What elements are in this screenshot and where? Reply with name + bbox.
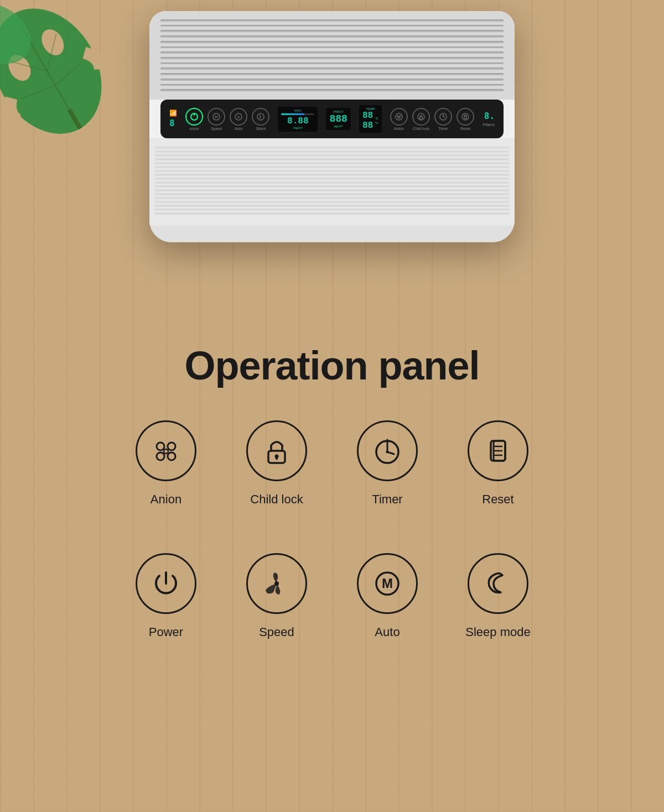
device-bottom	[149, 226, 515, 242]
panel-childlock-btn[interactable]: Child lock	[412, 108, 430, 131]
voc-display: VOC 8.88 mg/m³	[278, 107, 318, 132]
panel-left: 📶 8	[169, 110, 177, 128]
svg-point-30	[157, 452, 164, 460]
panel-anion-btn[interactable]: Anion	[390, 108, 408, 131]
child-lock-icon-circle	[246, 420, 307, 481]
svg-point-28	[157, 443, 164, 450]
timer-label: Timer	[372, 492, 402, 507]
panel-speed-btn[interactable]: Speed	[208, 108, 225, 131]
pm25-display: PM2.5 888 μg/m³	[326, 108, 350, 130]
control-panel: 📶 8 anion Speed	[160, 100, 504, 138]
section-title: Operation panel	[184, 343, 479, 388]
temp-display: TEMP 88 88 °C %	[359, 105, 382, 133]
panel-silent-btn[interactable]: Silent	[252, 108, 269, 131]
top-grille	[149, 11, 515, 100]
icon-item-timer: Timer	[343, 420, 432, 542]
speed-label: Speed	[259, 625, 294, 639]
svg-point-41	[386, 451, 389, 454]
icon-item-child-lock: Child lock	[232, 420, 321, 542]
svg-point-19	[398, 117, 400, 118]
svg-point-31	[168, 452, 175, 460]
wifi-icon: 📶	[169, 110, 177, 117]
air-purifier-device: 📶 8 anion Speed	[149, 11, 515, 242]
speed-digit: 8	[169, 118, 177, 128]
svg-point-17	[397, 115, 399, 117]
svg-point-16	[396, 113, 402, 120]
panel-right-controls: Anion Child lock Timer	[390, 108, 474, 131]
svg-rect-26	[464, 115, 466, 119]
svg-line-24	[443, 117, 445, 117]
auto-icon-circle: M	[357, 553, 418, 614]
panel-right: 8. Filters	[483, 111, 495, 127]
panel-power-btn[interactable]: anion	[185, 108, 203, 131]
svg-rect-21	[420, 117, 423, 119]
panel-controls: anion Speed A Auto	[185, 108, 269, 131]
reset-label: Reset	[482, 492, 513, 507]
panel-auto-btn[interactable]: A Auto	[230, 108, 247, 131]
icons-grid: Anion Child lock	[122, 420, 542, 675]
svg-point-29	[168, 443, 175, 450]
icon-item-auto: M Auto	[343, 553, 432, 675]
svg-rect-35	[276, 456, 278, 460]
timer-icon-circle	[357, 420, 418, 481]
svg-point-18	[400, 115, 401, 117]
device-body	[149, 138, 515, 226]
icon-item-sleep-mode: Sleep mode	[454, 553, 542, 675]
child-lock-label: Child lock	[250, 492, 303, 507]
speed-icon-circle	[246, 553, 307, 614]
icon-item-reset: Reset	[454, 420, 542, 542]
icon-item-power: Power	[122, 553, 210, 675]
svg-text:A: A	[237, 115, 240, 119]
sleep-mode-icon-circle	[468, 553, 528, 614]
svg-text:M: M	[382, 576, 393, 591]
anion-label: Anion	[151, 492, 181, 507]
panel-reset-btn[interactable]: Reset	[456, 108, 474, 131]
anion-icon-circle	[136, 420, 196, 481]
svg-point-32	[164, 449, 168, 454]
panel-timer-btn[interactable]: Timer	[434, 108, 452, 131]
leaf-decoration	[0, 0, 105, 144]
icon-item-anion: Anion	[122, 420, 210, 542]
power-icon-circle	[136, 553, 196, 614]
power-label: Power	[149, 625, 183, 639]
auto-label: Auto	[375, 625, 400, 639]
reset-icon-circle	[468, 420, 528, 481]
icon-item-speed: Speed	[232, 553, 321, 675]
sleep-mode-label: Sleep mode	[465, 625, 530, 639]
